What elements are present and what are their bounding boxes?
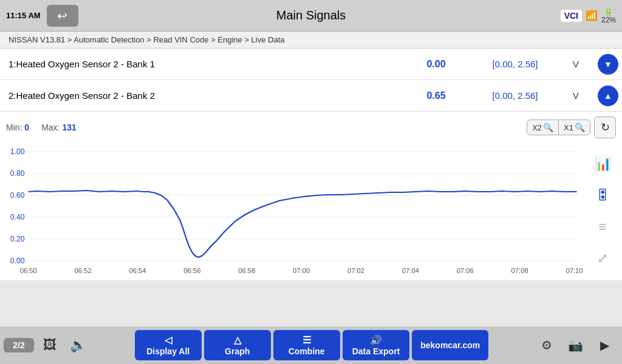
bottom-left: 2/2 🖼 🔈 [4,333,90,357]
zoom-x1-label: X1 [564,123,573,132]
sensor-2-name: 2:Heated Oxygen Sensor 2 - Bank 2 [0,90,400,101]
battery-icon: 🔋 [604,7,613,16]
data-export-button[interactable]: 🔊 Data Export [343,330,410,360]
zoom-button-group[interactable]: X2 🔍 X1 🔍 [527,120,590,135]
sensor-1-name: 1:Heated Oxygen Sensor 2 - Bank 1 [0,59,400,69]
speaker-icon-btn[interactable]: 🔈 [66,333,90,357]
graph-section: Min: 0 Max: 131 X2 🔍 X1 🔍 ↻ 1. [0,112,622,280]
expand-icon[interactable]: ⤢ [597,251,608,266]
min-value: 0 [24,123,29,132]
chart-container: 1.00 0.80 0.60 0.40 0.20 0.00 06:50 06:5… [6,142,616,280]
sensor-1-toggle[interactable]: ▼ [594,54,622,75]
chart-svg: 1.00 0.80 0.60 0.40 0.20 0.00 06:50 06:5… [6,142,589,280]
svg-text:07:04: 07:04 [402,267,419,274]
speaker-icon: 🔈 [70,337,86,353]
bottom-nav-buttons: ◁ Display All △ Graph ☰ Combine 🔊 Data E… [135,330,489,360]
svg-text:0.60: 0.60 [10,191,25,200]
bottom-icon-1[interactable]: ⚙ [533,332,560,359]
back-arrow-icon: ↩ [57,8,67,23]
vci-label: VCI [561,10,582,22]
top-bar-left: 11:15 AM ↩ [6,5,78,27]
svg-text:1.00: 1.00 [10,147,25,156]
zoom-in-icon: 🔍 [575,123,585,132]
bottom-bar: 2/2 🖼 🔈 ◁ Display All △ Graph ☰ Combine … [0,326,622,364]
svg-text:07:06: 07:06 [457,267,474,274]
zoom-controls: X2 🔍 X1 🔍 ↻ [527,116,616,138]
gauge-icon[interactable]: 🎛 [596,187,609,203]
top-bar-right: VCI 📶 🔋 22% [561,7,616,24]
sensor-row-1: 1:Heated Oxygen Sensor 2 - Bank 1 0.00 [… [0,49,622,80]
svg-text:07:10: 07:10 [566,267,583,274]
svg-text:06:50: 06:50 [20,267,37,274]
sensor-2-unit: V [558,90,594,101]
data-export-label: Data Export [352,346,400,356]
list-icon[interactable]: ≡ [599,219,607,235]
zoom-out-icon: 🔍 [543,123,553,132]
bottom-right-icons: ⚙ 📷 ▶ [533,332,618,359]
brand-text: bekomcar.com [420,340,480,350]
svg-text:06:58: 06:58 [238,267,255,274]
time-display: 11:15 AM [6,11,41,20]
display-all-label: Display All [146,346,190,356]
wifi-icon: 📶 [586,10,598,21]
breadcrumb: NISSAN V13.81 > Automatic Detection > Re… [0,32,622,49]
image-icon-btn[interactable]: 🖼 [38,333,62,357]
chevron-down-icon: ▼ [604,59,612,69]
svg-text:06:56: 06:56 [183,267,200,274]
svg-text:07:08: 07:08 [511,267,528,274]
graph-icon: △ [234,334,241,346]
battery-percentage: 22% [601,16,616,24]
camera-icon: 📷 [568,338,583,352]
svg-text:07:00: 07:00 [293,267,310,274]
chart-bar-icon[interactable]: 📊 [595,156,611,172]
back-button[interactable]: ↩ [47,5,78,27]
sensor-2-up-btn[interactable]: ▲ [598,86,618,106]
svg-text:0.00: 0.00 [10,257,25,265]
bottom-icon-2[interactable]: 📷 [562,332,589,359]
combine-label: Combine [289,346,325,356]
graph-button[interactable]: △ Graph [204,330,271,360]
settings-icon: ⚙ [541,338,552,352]
sensor-1-down-btn[interactable]: ▼ [598,54,618,75]
sensor-2-toggle[interactable]: ▲ [594,86,622,106]
svg-text:0.20: 0.20 [10,235,25,243]
svg-text:0.40: 0.40 [10,213,25,221]
sensor-row-2: 2:Heated Oxygen Sensor 2 - Bank 2 0.65 [… [0,80,622,112]
refresh-icon: ↻ [601,121,610,134]
max-label: Max: 131 [41,123,77,132]
sensor-1-value: 0.00 [400,59,473,70]
svg-text:06:54: 06:54 [129,267,146,274]
graph-label: Graph [225,346,250,356]
video-icon: ▶ [600,338,609,352]
image-icon: 🖼 [43,337,56,353]
page-indicator: 2/2 [4,338,34,352]
max-value: 131 [62,123,76,132]
zoom-x2-btn[interactable]: X2 🔍 [527,120,559,135]
minmax-display: Min: 0 Max: 131 [6,123,77,132]
svg-text:07:02: 07:02 [347,267,364,274]
chart-right-icons: 📊 🎛 ≡ ⤢ [589,142,616,280]
min-label: Min: 0 [6,123,29,132]
refresh-button[interactable]: ↻ [594,116,616,138]
top-bar: 11:15 AM ↩ Main Signals VCI 📶 🔋 22% [0,0,622,32]
page-title: Main Signals [276,8,346,22]
breadcrumb-text: NISSAN V13.81 > Automatic Detection > Re… [9,35,285,44]
graph-controls: Min: 0 Max: 131 X2 🔍 X1 🔍 ↻ [6,114,616,141]
brand-logo: bekomcar.com [412,330,488,360]
svg-text:0.80: 0.80 [10,169,25,178]
sensor-1-unit: V [558,59,594,69]
display-all-icon: ◁ [165,334,172,346]
zoom-x2-label: X2 [532,123,542,132]
data-export-icon: 🔊 [370,334,382,346]
chevron-up-icon: ▲ [604,91,612,101]
battery-info: 🔋 22% [601,7,616,24]
zoom-x1-btn[interactable]: X1 🔍 [559,120,590,135]
combine-icon: ☰ [302,334,311,346]
bottom-icon-3[interactable]: ▶ [592,332,618,359]
sensor-2-range: [0.00, 2.56] [473,90,558,101]
sensor-2-value: 0.65 [400,90,473,101]
svg-text:06:52: 06:52 [75,267,92,274]
display-all-button[interactable]: ◁ Display All [135,330,202,360]
sensor-1-range: [0.00, 2.56] [473,59,558,69]
combine-button[interactable]: ☰ Combine [273,330,340,360]
